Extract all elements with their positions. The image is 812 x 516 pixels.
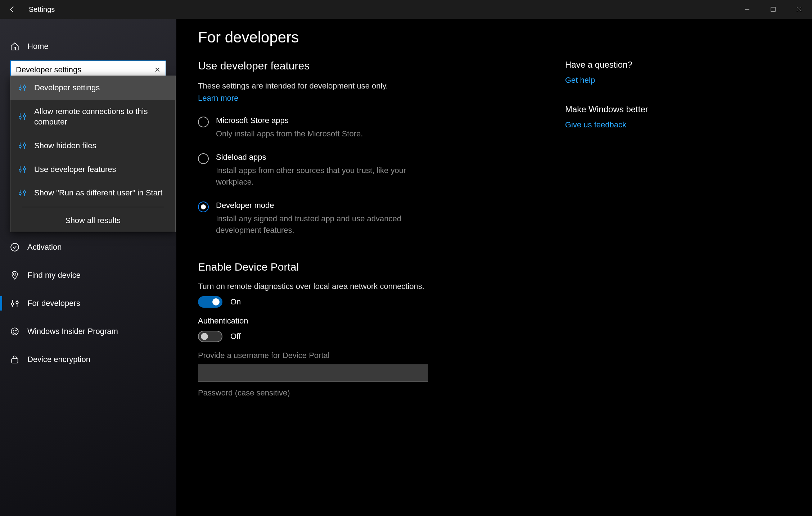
dropdown-divider [22, 207, 164, 207]
home-icon [10, 42, 19, 51]
auth-label: Authentication [198, 316, 565, 326]
portal-heading: Enable Device Portal [198, 261, 565, 273]
radio-icon [198, 117, 209, 127]
sidebar-item-label: Activation [27, 243, 62, 252]
dropdown-item[interactable]: Developer settings [10, 76, 175, 100]
svg-point-3 [14, 273, 16, 276]
sidebar-item-for-developers[interactable]: For developers [0, 289, 176, 317]
radio-icon [198, 153, 209, 164]
find-device-icon [10, 271, 19, 280]
password-label: Password (case sensitive) [198, 388, 565, 398]
username-input[interactable] [198, 364, 428, 382]
search-dropdown: Developer settings Allow remote connecti… [10, 76, 176, 232]
svg-point-5 [13, 330, 14, 331]
back-button[interactable] [0, 0, 24, 19]
svg-point-6 [15, 330, 16, 331]
get-help-link[interactable]: Get help [565, 76, 595, 85]
dropdown-item[interactable]: Show "Run as different user" in Start [10, 181, 175, 205]
dropdown-item-label: Show "Run as different user" in Start [34, 187, 162, 198]
learn-more-link[interactable]: Learn more [198, 94, 239, 103]
sidebar-item-encryption[interactable]: Device encryption [0, 345, 176, 374]
svg-rect-1 [771, 7, 775, 12]
svg-rect-7 [12, 359, 18, 363]
svg-point-4 [11, 328, 18, 335]
minimize-button[interactable] [734, 0, 760, 19]
radio-label: Developer mode [216, 201, 432, 210]
developers-icon [10, 299, 19, 308]
sidebar-item-label: Windows Insider Program [27, 327, 118, 336]
sliders-icon [18, 188, 27, 198]
show-all-results[interactable]: Show all results [10, 209, 175, 232]
sidebar-item-label: Find my device [27, 271, 81, 280]
sidebar-item-label: For developers [27, 299, 80, 308]
sidebar-item-activation[interactable]: Activation [0, 233, 176, 261]
question-heading: Have a question? [565, 60, 702, 70]
svg-point-2 [11, 243, 19, 251]
page-title: For developers [198, 29, 565, 46]
features-desc: These settings are intended for developm… [198, 81, 565, 91]
sliders-icon [18, 112, 27, 121]
feedback-link[interactable]: Give us feedback [565, 120, 626, 130]
feedback-heading: Make Windows better [565, 104, 702, 114]
auth-toggle[interactable] [198, 331, 222, 342]
sliders-icon [18, 165, 27, 174]
home-label: Home [27, 42, 49, 51]
app-title: Settings [24, 5, 55, 14]
features-heading: Use developer features [198, 60, 565, 72]
sliders-icon [18, 83, 27, 92]
device-portal-toggle[interactable] [198, 296, 222, 308]
dropdown-item[interactable]: Use developer features [10, 158, 175, 181]
radio-label: Microsoft Store apps [216, 116, 363, 125]
radio-sub: Install any signed and trusted app and u… [216, 213, 432, 236]
username-label: Provide a username for Device Portal [198, 351, 565, 360]
portal-desc: Turn on remote diagnostics over local ar… [198, 282, 565, 291]
dropdown-item-label: Show hidden files [34, 140, 96, 151]
maximize-button[interactable] [760, 0, 786, 19]
sidebar-item-find-device[interactable]: Find my device [0, 261, 176, 289]
radio-developer-mode[interactable]: Developer mode Install any signed and tr… [198, 201, 565, 236]
dropdown-item-label: Use developer features [34, 164, 116, 175]
sidebar-item-insider[interactable]: Windows Insider Program [0, 317, 176, 345]
toggle-state: On [230, 297, 241, 307]
radio-sideload[interactable]: Sideload apps Install apps from other so… [198, 153, 565, 188]
activation-icon [10, 243, 19, 252]
radio-sub: Install apps from other sources that you… [216, 165, 432, 188]
dropdown-item[interactable]: Allow remote connections to this compute… [10, 100, 175, 134]
insider-icon [10, 327, 19, 336]
encryption-icon [10, 355, 19, 364]
radio-icon [198, 202, 209, 212]
radio-store-apps[interactable]: Microsoft Store apps Only install apps f… [198, 116, 565, 140]
close-button[interactable] [786, 0, 812, 19]
sidebar-item-label: Device encryption [27, 355, 90, 364]
home-nav[interactable]: Home [0, 32, 176, 60]
sliders-icon [18, 141, 27, 150]
radio-label: Sideload apps [216, 153, 432, 162]
dropdown-item-label: Allow remote connections to this compute… [34, 106, 168, 127]
search-input[interactable] [16, 65, 154, 74]
dropdown-item[interactable]: Show hidden files [10, 134, 175, 158]
radio-sub: Only install apps from the Microsoft Sto… [216, 128, 363, 140]
clear-search-icon[interactable]: ✕ [154, 65, 161, 74]
dropdown-item-label: Developer settings [34, 82, 100, 93]
toggle-state: Off [230, 332, 241, 341]
